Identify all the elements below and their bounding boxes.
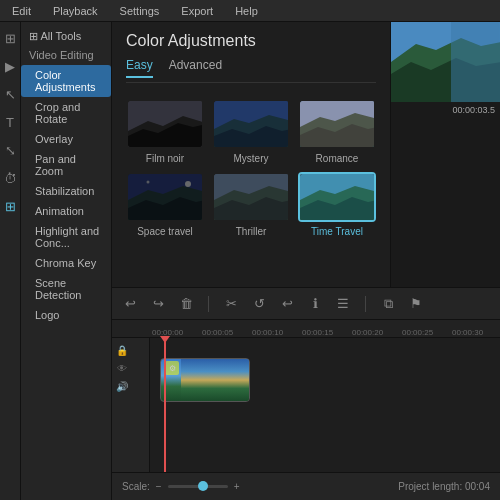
scale-plus-icon[interactable]: + [234, 481, 240, 492]
preview-image [391, 22, 500, 102]
main-layout: ⊞ ▶ ↖ T ⤡ ⏱ ⊞ ⊞ All Tools Video Editing … [0, 22, 500, 500]
scale-control: Scale: − + [122, 481, 239, 492]
menu-item-playback[interactable]: Playback [49, 3, 102, 19]
sidebar-item-chroma-key[interactable]: Chroma Key [21, 253, 111, 273]
filter-label-romance: Romance [316, 153, 359, 164]
delete-button[interactable]: 🗑 [176, 294, 196, 314]
sidebar-item-highlight[interactable]: Highlight and Conc... [21, 221, 111, 253]
timeline-area: ↩ ↪ 🗑 ✂ ↺ ↩ ℹ ☰ ⧉ ⚑ 00:00:00 00:00:05 00… [112, 287, 500, 472]
panel-header: Color Adjustments Easy Advanced [112, 22, 390, 89]
redo-button[interactable]: ↪ [148, 294, 168, 314]
transform-icon[interactable]: ⤡ [0, 140, 20, 160]
filter-romance[interactable]: Romance [298, 99, 376, 164]
track-audio-icon[interactable]: 🔊 [114, 378, 130, 394]
flag-button[interactable]: ⚑ [406, 294, 426, 314]
tab-advanced[interactable]: Advanced [169, 58, 222, 78]
grid-icon[interactable]: ⊞ [0, 28, 20, 48]
text-icon[interactable]: T [0, 112, 20, 132]
sidebar: ⊞ All Tools Video Editing Color Adjustme… [21, 22, 112, 500]
cursor-icon[interactable]: ↖ [0, 84, 20, 104]
ruler-tick-5: 00:00:05 [202, 328, 233, 337]
menu-item-export[interactable]: Export [177, 3, 217, 19]
layout-button[interactable]: ⧉ [378, 294, 398, 314]
ruler-tick-25: 00:00:25 [402, 328, 433, 337]
filter-space-travel[interactable]: Space travel [126, 172, 204, 237]
filter-label-film-noir: Film noir [146, 153, 184, 164]
timeline-tracks: 🔒 👁 🔊 ⚙ [112, 338, 500, 472]
sidebar-item-animation[interactable]: Animation [21, 201, 111, 221]
svg-rect-8 [214, 101, 290, 149]
filter-label-time-travel: Time Travel [311, 226, 363, 237]
svg-rect-3 [128, 101, 204, 149]
ruler-tick-20: 00:00:20 [352, 328, 383, 337]
clip-effect-icon: ⚙ [165, 361, 179, 375]
filter-thumbnail-mystery [212, 99, 290, 149]
content-area: Color Adjustments Easy Advanced [112, 22, 390, 287]
playhead[interactable] [164, 338, 166, 472]
svg-rect-30 [300, 174, 376, 222]
preview-panel: 00:00:03.5 [390, 22, 500, 287]
ruler-tick-15: 00:00:15 [302, 328, 333, 337]
toolbar-separator-1 [208, 296, 209, 312]
filter-label-mystery: Mystery [234, 153, 269, 164]
play-icon[interactable]: ▶ [0, 56, 20, 76]
svg-rect-25 [214, 174, 290, 222]
clock-icon[interactable]: ⏱ [0, 168, 20, 188]
ruler-tick-10: 00:00:10 [252, 328, 283, 337]
filter-thriller[interactable]: Thriller [212, 172, 290, 237]
filter-label-space-travel: Space travel [137, 226, 193, 237]
track-area[interactable]: ⚙ [150, 338, 500, 472]
sidebar-category: Video Editing [21, 45, 111, 65]
sidebar-item-stabilization[interactable]: Stabilization [21, 181, 111, 201]
sidebar-item-scene-detection[interactable]: Scene Detection [21, 273, 111, 305]
all-tools-header[interactable]: ⊞ All Tools [21, 26, 111, 45]
scale-label: Scale: [122, 481, 150, 492]
panel-title: Color Adjustments [126, 32, 376, 50]
preview-timestamp: 00:00:03.5 [391, 102, 500, 118]
loop-button[interactable]: ↩ [277, 294, 297, 314]
clip-scene [181, 359, 249, 401]
tabs: Easy Advanced [126, 58, 376, 83]
filter-time-travel[interactable]: Time Travel [298, 172, 376, 237]
scale-minus-icon[interactable]: − [156, 481, 162, 492]
menu-item-edit[interactable]: Edit [8, 3, 35, 19]
menu-bar: Edit Playback Settings Export Help [0, 0, 500, 22]
toolbar-separator-2 [365, 296, 366, 312]
apps-icon[interactable]: ⊞ [0, 196, 20, 216]
sidebar-item-color-adjustments[interactable]: Color Adjustments [21, 65, 111, 97]
sidebar-item-overlay[interactable]: Overlay [21, 129, 111, 149]
svg-rect-13 [300, 101, 376, 149]
info-button[interactable]: ℹ [305, 294, 325, 314]
video-clip[interactable]: ⚙ [160, 358, 250, 402]
filter-film-noir[interactable]: Film noir [126, 99, 204, 164]
scale-slider[interactable] [168, 485, 228, 488]
track-controls: 🔒 👁 🔊 [112, 338, 150, 472]
list-button[interactable]: ☰ [333, 294, 353, 314]
filter-thumbnail-film-noir [126, 99, 204, 149]
menu-item-settings[interactable]: Settings [116, 3, 164, 19]
undo-button[interactable]: ↩ [120, 294, 140, 314]
timeline-ruler: 00:00:00 00:00:05 00:00:10 00:00:15 00:0… [112, 320, 500, 338]
sidebar-item-crop-rotate[interactable]: Crop and Rotate [21, 97, 111, 129]
filter-thumbnail-romance [298, 99, 376, 149]
cut-button[interactable]: ✂ [221, 294, 241, 314]
filter-mystery[interactable]: Mystery [212, 99, 290, 164]
sidebar-item-pan-zoom[interactable]: Pan and Zoom [21, 149, 111, 181]
filter-thumbnail-space-travel [126, 172, 204, 222]
track-eye-icon[interactable]: 👁 [114, 360, 130, 376]
toolbar-row: ↩ ↪ 🗑 ✂ ↺ ↩ ℹ ☰ ⧉ ⚑ [112, 288, 500, 320]
sidebar-item-logo[interactable]: Logo [21, 305, 111, 325]
filter-thumbnail-time-travel [298, 172, 376, 222]
menu-item-help[interactable]: Help [231, 3, 262, 19]
ruler-tick-30: 00:00:30 [452, 328, 483, 337]
svg-rect-20 [128, 174, 204, 222]
rotate-button[interactable]: ↺ [249, 294, 269, 314]
track-lock-icon[interactable]: 🔒 [114, 342, 130, 358]
icon-toolbar: ⊞ ▶ ↖ T ⤡ ⏱ ⊞ [0, 22, 21, 500]
svg-marker-35 [451, 22, 500, 102]
filter-label-thriller: Thriller [236, 226, 267, 237]
filter-thumbnail-thriller [212, 172, 290, 222]
tab-easy[interactable]: Easy [126, 58, 153, 78]
filters-grid: Film noir Mys [112, 89, 390, 247]
project-length: Project length: 00:04 [398, 481, 490, 492]
